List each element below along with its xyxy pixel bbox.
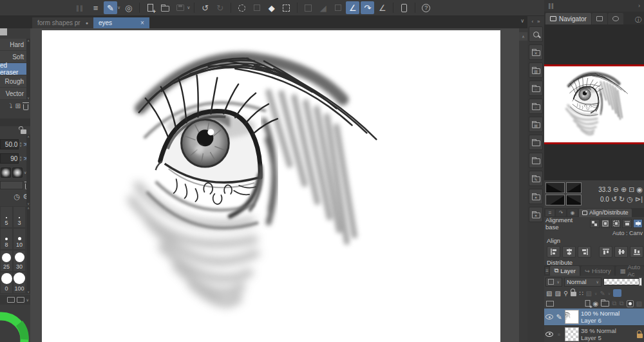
tab-align-distribute[interactable]: Align/Distribute [579,209,632,217]
brush-tip-thumbnail[interactable] [1,167,11,178]
draft-layer-icon[interactable]: ▧ [586,290,592,297]
tab-form-shapes[interactable]: form shapes pr ● [32,17,93,28]
delete-subtool-icon[interactable] [23,104,28,110]
invert-selection-button[interactable]: ◢ [316,1,330,14]
flip-preview[interactable] [545,195,565,205]
clip-to-layer-icon[interactable]: ▧ [546,290,552,297]
fill-button[interactable]: ◆ [265,1,278,14]
layer-row[interactable]: ▫ 38 % Normal Layer 5 [544,325,644,342]
merge-layer-icon[interactable]: ⧉ [619,299,623,307]
subtool-item-hard[interactable]: Hard [0,39,26,51]
save-chevron-icon[interactable]: ∨ [187,5,190,10]
fill-disabled-button[interactable] [250,1,263,14]
brush-size-option[interactable]: 0 [0,272,13,294]
new-vector-layer-icon[interactable]: ◉ [593,300,599,307]
options-chevron-icon[interactable]: ∨ [26,298,29,302]
rotate-right-icon[interactable]: ↻ [619,195,625,204]
brush-size-option[interactable]: 3 [13,206,26,228]
panel-menu-icon[interactable]: ≡ [545,267,549,274]
companion-mode-button[interactable] [397,1,411,14]
align-top-button[interactable] [599,246,612,258]
palette-color-dropdown[interactable]: ∨ [545,278,562,287]
canvas-area[interactable] [30,28,519,342]
subtool-item-vector[interactable]: Vector [0,88,26,100]
material-folder-button[interactable]: ✕ [529,44,543,60]
snap-special-ruler-button[interactable]: ↷ [361,1,374,14]
tab-layer[interactable]: ⧉ Layer [550,266,580,276]
zoom-in-icon[interactable]: ⊕ [621,185,627,194]
navigator-viewport[interactable] [544,24,644,64]
tab-history[interactable]: ↪ History [581,266,615,276]
flip-preview[interactable] [545,182,565,193]
base-option-button[interactable] [611,219,621,228]
tab-navigator[interactable]: Navigator [545,13,591,24]
lock-alpha-icon[interactable]: ∷ [579,290,583,297]
scroll-up-button[interactable]: ∧ [519,32,527,41]
selection-border-button[interactable] [331,1,345,14]
snap-grid-button[interactable]: ∠ [375,1,389,14]
palette-options-icon[interactable] [17,297,24,303]
layer-thumbnail[interactable] [565,327,579,341]
slider-handle[interactable] [639,278,642,286]
scroll-down-icon[interactable]: ∨ [27,202,30,205]
scroll-up-icon[interactable]: ∧ [27,206,30,210]
layer-thumbnail[interactable] [565,310,579,324]
tab-eyes[interactable]: eyes × [93,17,149,28]
align-right-button[interactable] [578,246,591,258]
reset-icon[interactable]: ◷ [14,193,21,201]
material-folder-button[interactable]: ⁘ [529,99,543,114]
canvas-vertical-scrollbar[interactable]: ∧ [519,28,527,342]
open-file-button[interactable] [158,1,172,14]
panel-display-icon[interactable] [546,301,554,307]
scroll-up-icon[interactable]: ∧ [27,135,30,138]
panel-grip[interactable]: ∥∥ [548,3,554,9]
clear-button[interactable] [235,1,249,14]
tab-close-icon[interactable]: × [140,19,144,26]
brush-size-field[interactable]: 50.0 [0,139,19,149]
step-down-icon[interactable]: ∨ [19,144,22,147]
tone-icon[interactable]: ▨ [554,290,560,297]
new-document-button[interactable] [144,1,157,14]
duplicate-subtool-icon[interactable]: ⊞ [15,102,21,109]
layer-color-button[interactable] [613,289,621,297]
layer-row-selected[interactable]: ✎ 100 % Normal Layer 6 [544,309,644,325]
brush-size-option[interactable]: 30 [13,250,26,272]
navigator-thumbnail[interactable] [544,66,644,142]
undo-button[interactable]: ↺ [198,1,212,14]
tool-chevron-icon[interactable]: ∨ [117,5,120,10]
brush-size-option[interactable]: 8 [0,228,13,250]
flip-preview[interactable] [566,195,582,205]
color-wheel[interactable] [0,304,30,342]
unlock-icon[interactable] [21,129,26,134]
step-down-icon[interactable]: ∨ [19,158,22,161]
align-middle-button[interactable] [614,246,628,258]
base-option-button[interactable] [590,219,600,228]
tab-round-icon[interactable]: ◉ [567,209,578,216]
texture-field[interactable] [0,181,23,189]
delete-layer-icon[interactable]: ▧ [636,300,642,307]
tab-auto-action[interactable]: ▦ Auto Ac [616,266,644,276]
scroll-down-icon[interactable]: ∨ [27,290,30,294]
layer-visible-icon[interactable] [545,332,553,337]
base-option-button[interactable] [622,219,632,228]
material-folder-button[interactable]: ▨ [529,62,543,78]
transfer-layer-icon[interactable]: ⧉ [612,299,616,307]
save-button[interactable] [173,1,187,14]
scroll-down-icon[interactable]: ∨ [27,96,30,100]
align-center-button[interactable] [562,246,576,258]
help-button[interactable]: ? [419,1,433,14]
align-left-button[interactable] [547,246,560,258]
brush-tip-thumbnail[interactable] [12,167,23,178]
reset-rotation-icon[interactable]: ◷ [627,195,633,204]
menu-button[interactable]: ≡ [89,1,102,14]
brush-size-stepper[interactable]: ∧ ∨ [19,142,22,147]
layer-opacity-slider[interactable] [603,278,643,285]
tab-subview-icon[interactable]: ↷ [556,209,566,216]
snap-ruler-button[interactable]: ∠ [346,1,359,14]
tab-subview[interactable] [592,13,607,24]
subtool-item-rough[interactable]: Rough [0,75,26,88]
material-folder-button[interactable] [529,153,543,168]
brush-size-option[interactable]: 10 [13,228,26,250]
display-mode-icon[interactable] [7,297,15,303]
clip-studio-button[interactable]: ◎ [122,1,135,14]
